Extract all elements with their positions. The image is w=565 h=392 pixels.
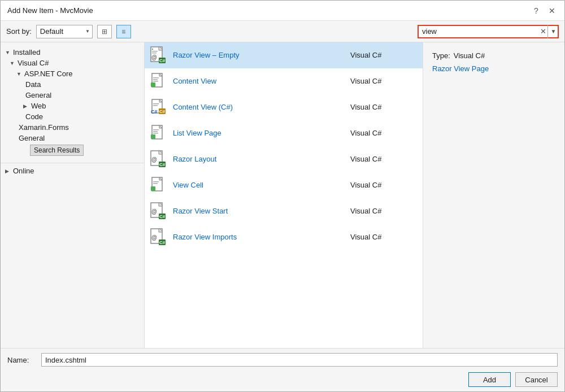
svg-rect-16	[153, 103, 159, 104]
info-type-label: Type:	[432, 51, 450, 60]
item-lang-7: Visual C#	[350, 233, 418, 241]
sidebar-item-data[interactable]: Data	[1, 79, 144, 90]
content-area: ▼ Installed ▼ Visual C# ▼ ASP.NET Core D…	[1, 42, 564, 348]
item-lang-5: Visual C#	[350, 181, 418, 189]
svg-rect-10	[153, 77, 159, 79]
item-icon-7: @ C#	[149, 228, 167, 246]
svg-rect-3	[152, 51, 158, 52]
item-icon-5	[149, 176, 167, 194]
sort-wrapper: Default	[36, 25, 93, 38]
name-row: Name:	[7, 353, 558, 367]
list-item[interactable]: List View Page Visual C#	[145, 120, 423, 146]
list-item[interactable]: @ C# Razor View Start Visual C#	[145, 198, 423, 224]
bottom-bar: Name: Add Cancel	[1, 348, 564, 391]
web-label: Web	[31, 102, 46, 110]
sidebar-item-general2[interactable]: General	[1, 133, 144, 143]
svg-rect-36	[151, 186, 155, 191]
svg-text:@: @	[151, 234, 157, 241]
item-name-5: View Cell	[173, 181, 350, 189]
sidebar-item-online[interactable]: ▶ Online	[1, 165, 144, 176]
item-name-2: Content View (C#)	[173, 103, 350, 111]
list-item[interactable]: View Cell Visual C#	[145, 172, 423, 198]
grid-view-button[interactable]: ⊞	[97, 25, 112, 38]
footer-buttons: Add Cancel	[7, 372, 558, 387]
dialog-title: Add New Item - MvcMovie	[7, 6, 93, 15]
item-name-0: Razor View – Empty	[173, 51, 350, 59]
item-name-1: Content View	[173, 77, 350, 85]
svg-rect-35	[153, 183, 158, 184]
item-lang-2: Visual C#	[350, 103, 418, 111]
search-results-button[interactable]: Search Results	[30, 145, 84, 156]
close-button[interactable]: ✕	[546, 5, 558, 16]
general2-label: General	[19, 134, 45, 142]
help-button[interactable]: ?	[531, 5, 542, 16]
search-clear-button[interactable]: ✕	[540, 27, 546, 36]
sidebar-item-installed[interactable]: ▼ Installed	[1, 47, 144, 58]
sidebar-item-web[interactable]: ▶ Web	[1, 101, 144, 111]
item-name-6: Razor View Start	[173, 207, 350, 215]
item-icon-3	[149, 124, 167, 142]
svg-rect-24	[153, 131, 158, 132]
svg-rect-4	[152, 53, 157, 54]
svg-text:@: @	[151, 208, 157, 215]
svg-rect-23	[153, 129, 159, 130]
svg-text:@: @	[151, 156, 157, 163]
item-icon-0: @ C#	[149, 46, 167, 64]
item-lang-0: Visual C#	[350, 51, 418, 59]
info-type-row: Type: Visual C#	[432, 51, 555, 60]
svg-rect-12	[153, 81, 158, 82]
svg-text:C#: C#	[151, 109, 158, 115]
svg-text:C#: C#	[159, 162, 166, 167]
list-view-button[interactable]: ≡	[116, 25, 131, 38]
item-name-4: Razor Layout	[173, 155, 350, 163]
code-label: Code	[25, 112, 43, 121]
add-button[interactable]: Add	[468, 372, 511, 387]
item-icon-4: @ C#	[149, 150, 167, 168]
svg-rect-17	[153, 105, 158, 106]
item-lang-1: Visual C#	[350, 77, 418, 85]
search-box: ✕ ▼	[418, 25, 559, 38]
svg-rect-13	[151, 82, 155, 87]
sidebar-item-general[interactable]: General	[1, 90, 144, 101]
list-item[interactable]: @ C# Razor View Imports Visual C#	[145, 224, 423, 250]
cancel-button[interactable]: Cancel	[515, 372, 558, 387]
list-item[interactable]: @ C# Razor View – Empty Visual C#	[145, 42, 423, 68]
sidebar-item-code[interactable]: Code	[1, 111, 144, 122]
sidebar-item-xamarin[interactable]: Xamarin.Forms	[1, 122, 144, 133]
installed-label: Installed	[13, 48, 40, 56]
title-controls: ? ✕	[531, 5, 558, 16]
item-name-3: List View Page	[173, 129, 350, 137]
title-bar: Add New Item - MvcMovie ? ✕	[1, 1, 564, 21]
svg-text:C#: C#	[159, 214, 166, 219]
svg-rect-34	[153, 181, 159, 182]
online-label: Online	[13, 167, 34, 175]
svg-rect-25	[153, 133, 158, 134]
sort-select[interactable]: Default	[36, 25, 93, 38]
item-lang-4: Visual C#	[350, 155, 418, 163]
search-dropdown-button[interactable]: ▼	[547, 25, 559, 38]
info-desc: Razor View Page	[432, 64, 555, 73]
info-desc-link[interactable]: Razor View Page	[432, 64, 489, 73]
name-input[interactable]	[41, 353, 558, 367]
sidebar-item-visual-c[interactable]: ▼ Visual C#	[1, 58, 144, 68]
svg-rect-26	[151, 134, 155, 139]
dialog: Add New Item - MvcMovie ? ✕ Sort by: Def…	[0, 0, 565, 392]
list-item[interactable]: Content View Visual C#	[145, 68, 423, 94]
list-item[interactable]: @ C# Razor Layout Visual C#	[145, 146, 423, 172]
sort-label: Sort by:	[6, 27, 32, 36]
visual-c-label: Visual C#	[18, 59, 49, 67]
svg-text:C#: C#	[159, 109, 166, 114]
item-name-7: Razor View Imports	[173, 233, 350, 241]
list-item[interactable]: C# C# Content View (C#) Visual C#	[145, 94, 423, 120]
svg-rect-2	[152, 49, 153, 50]
toolbar: Sort by: Default ⊞ ≡ ✕ ▼	[1, 21, 564, 42]
svg-text:C#: C#	[159, 240, 166, 245]
search-input[interactable]	[418, 25, 559, 38]
svg-rect-11	[153, 79, 158, 80]
xamarin-label: Xamarin.Forms	[19, 123, 69, 132]
item-icon-6: @ C#	[149, 202, 167, 220]
name-label: Name:	[7, 356, 36, 364]
general-label: General	[25, 91, 51, 99]
info-panel: Type: Visual C# Razor View Page	[423, 42, 564, 348]
sidebar-item-asp-net[interactable]: ▼ ASP.NET Core	[1, 68, 144, 79]
